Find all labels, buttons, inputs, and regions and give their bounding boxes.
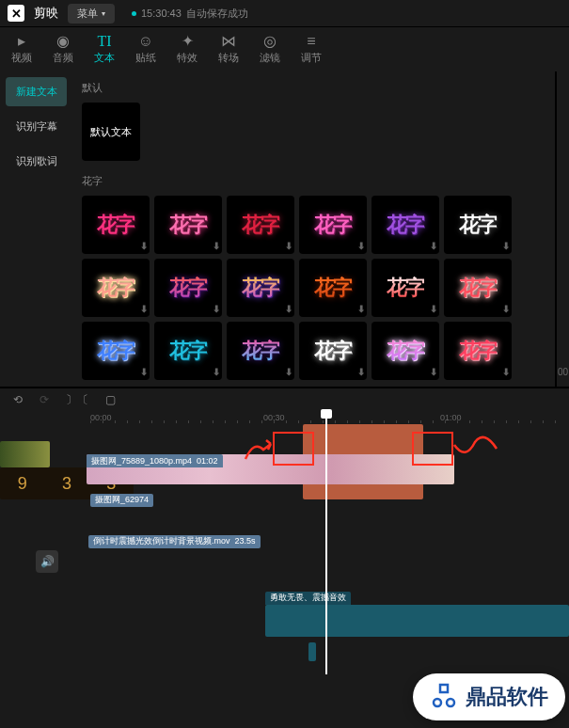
video-clip-1-label: 摄图网_75889_1080p.mp4 01:02 bbox=[87, 454, 223, 467]
text-style-4[interactable]: 花字⬇ bbox=[299, 196, 367, 254]
text-style-11[interactable]: 花字⬇ bbox=[371, 259, 439, 317]
split-icon[interactable]: 〕〔 bbox=[66, 392, 88, 408]
save-status: 15:30:43 自动保存成功 bbox=[132, 7, 248, 21]
text-style-16[interactable]: 花字⬇ bbox=[299, 322, 367, 380]
download-icon: ⬇ bbox=[502, 367, 508, 377]
tab-text[interactable]: TI文本 bbox=[94, 35, 115, 65]
top-tabs: ▸视频 ◉音频 TI文本 ☺贴纸 ✦特效 ⋈转场 ◎滤镜 ≡调节 bbox=[0, 26, 569, 71]
undo-icon[interactable]: ⟲ bbox=[13, 393, 23, 406]
download-icon: ⬇ bbox=[357, 304, 363, 314]
tab-adjust[interactable]: ≡调节 bbox=[301, 35, 322, 65]
download-icon: ⬇ bbox=[430, 304, 435, 314]
text-style-1[interactable]: 花字⬇ bbox=[82, 196, 150, 254]
audio-clip-label: 勇敢无畏、震撼音效 bbox=[265, 592, 351, 605]
mute-button[interactable]: 🔊 bbox=[36, 550, 58, 573]
download-icon: ⬇ bbox=[285, 367, 291, 377]
section-default-label: 默认 bbox=[82, 81, 545, 95]
time-ruler[interactable]: 00:00 00:30 01:00 bbox=[0, 411, 569, 424]
text-style-10[interactable]: 花字⬇ bbox=[299, 259, 367, 317]
sidebar-item-lyrics[interactable]: 识别歌词 bbox=[6, 147, 67, 176]
text-style-17[interactable]: 花字⬇ bbox=[371, 322, 439, 380]
app-logo: ✕ bbox=[8, 5, 24, 22]
download-icon: ⬇ bbox=[357, 241, 363, 251]
main-panel: 新建文本 识别字幕 识别歌词 默认 默认文本 花字 花字⬇花字⬇花字⬇花字⬇花字… bbox=[0, 71, 569, 387]
text-style-8[interactable]: 花字⬇ bbox=[154, 259, 222, 317]
download-icon: ⬇ bbox=[213, 367, 218, 377]
download-icon: ⬇ bbox=[430, 241, 435, 251]
watermark: 鼎品软件 bbox=[413, 673, 565, 720]
tab-transition[interactable]: ⋈转场 bbox=[218, 35, 239, 65]
download-icon: ⬇ bbox=[285, 304, 291, 314]
text-style-15[interactable]: 花字⬇ bbox=[227, 322, 294, 380]
annotation-box-left bbox=[273, 432, 314, 466]
text-style-6[interactable]: 花字⬇ bbox=[444, 196, 512, 254]
annotation-box-right bbox=[412, 432, 453, 466]
menu-button[interactable]: 菜单▾ bbox=[68, 4, 115, 24]
video-clip-3-label: 倒计时震撼光效倒计时背景视频.mov 23.5s bbox=[88, 535, 261, 548]
text-style-13[interactable]: 花字⬇ bbox=[82, 322, 150, 380]
download-icon: ⬇ bbox=[357, 367, 363, 377]
tab-audio[interactable]: ◉音频 bbox=[53, 35, 73, 65]
text-style-9[interactable]: 花字⬇ bbox=[227, 259, 294, 317]
text-style-2[interactable]: 花字⬇ bbox=[154, 196, 222, 254]
delete-icon[interactable]: ▢ bbox=[105, 393, 116, 406]
video-clip-2-label: 摄图网_62974 bbox=[90, 494, 153, 507]
text-style-3[interactable]: 花字⬇ bbox=[227, 196, 294, 254]
watermark-text: 鼎品软件 bbox=[466, 683, 548, 711]
timeline-toolbar: ⟲ ⟳ 〕〔 ▢ bbox=[0, 387, 569, 411]
download-icon: ⬇ bbox=[502, 241, 508, 251]
download-icon: ⬇ bbox=[213, 304, 218, 314]
titlebar: ✕ 剪映 菜单▾ 15:30:43 自动保存成功 bbox=[0, 0, 569, 26]
content-area: 默认 默认文本 花字 花字⬇花字⬇花字⬇花字⬇花字⬇花字⬇花字⬇花字⬇花字⬇花字… bbox=[72, 71, 555, 387]
download-icon: ⬇ bbox=[502, 304, 508, 314]
download-icon: ⬇ bbox=[285, 241, 291, 251]
tab-filter[interactable]: ◎滤镜 bbox=[260, 35, 280, 65]
tab-video[interactable]: ▸视频 bbox=[11, 35, 32, 65]
section-huazi-label: 花字 bbox=[82, 174, 545, 188]
text-style-14[interactable]: 花字⬇ bbox=[154, 322, 222, 380]
preview-strip: 00 bbox=[555, 71, 569, 387]
audio-clip[interactable] bbox=[265, 605, 569, 637]
svg-point-2 bbox=[447, 699, 454, 706]
text-icon: TI bbox=[96, 35, 113, 48]
download-icon: ⬇ bbox=[140, 241, 146, 251]
default-text-preset[interactable]: 默认文本 bbox=[82, 103, 140, 161]
svg-rect-0 bbox=[440, 685, 448, 692]
video-clip-2[interactable] bbox=[0, 441, 50, 467]
tab-sticker[interactable]: ☺贴纸 bbox=[135, 35, 156, 65]
audio-icon: ◉ bbox=[55, 35, 71, 48]
adjust-icon: ≡ bbox=[303, 35, 320, 48]
playhead[interactable] bbox=[325, 411, 327, 674]
transition-icon: ⋈ bbox=[220, 35, 237, 48]
download-icon: ⬇ bbox=[213, 241, 218, 251]
sticker-icon: ☺ bbox=[137, 35, 154, 48]
download-icon: ⬇ bbox=[140, 304, 146, 314]
text-style-5[interactable]: 花字⬇ bbox=[371, 196, 439, 254]
sidebar-item-new-text[interactable]: 新建文本 bbox=[6, 77, 67, 106]
svg-point-1 bbox=[434, 699, 441, 706]
download-icon: ⬇ bbox=[430, 367, 435, 377]
status-dot-icon bbox=[132, 11, 136, 16]
text-style-18[interactable]: 花字⬇ bbox=[444, 322, 512, 380]
small-audio-clip[interactable] bbox=[308, 642, 316, 661]
app-name: 剪映 bbox=[34, 5, 58, 22]
text-style-7[interactable]: 花字⬇ bbox=[82, 259, 150, 317]
sidebar-item-subtitle[interactable]: 识别字幕 bbox=[6, 112, 67, 141]
sidebar: 新建文本 识别字幕 识别歌词 bbox=[0, 71, 72, 387]
redo-icon[interactable]: ⟳ bbox=[40, 393, 49, 406]
watermark-logo-icon bbox=[430, 683, 458, 711]
style-grid: 花字⬇花字⬇花字⬇花字⬇花字⬇花字⬇花字⬇花字⬇花字⬇花字⬇花字⬇花字⬇花字⬇花… bbox=[82, 196, 545, 380]
tab-effect[interactable]: ✦特效 bbox=[177, 35, 198, 65]
download-icon: ⬇ bbox=[140, 367, 146, 377]
effect-icon: ✦ bbox=[179, 35, 196, 48]
video-icon: ▸ bbox=[13, 35, 30, 48]
text-style-12[interactable]: 花字⬇ bbox=[444, 259, 512, 317]
filter-icon: ◎ bbox=[261, 35, 278, 48]
